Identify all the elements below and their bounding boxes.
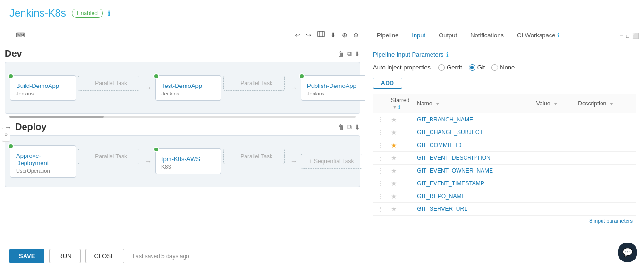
- stage-deploy-delete[interactable]: 🗑: [338, 123, 344, 131]
- stage-dev-download[interactable]: ⬇: [355, 50, 360, 58]
- param-name[interactable]: GIT_EVENT_OWNER_NAME: [413, 165, 532, 177]
- none-radio-circle: [491, 64, 498, 71]
- undo-button[interactable]: ↩: [292, 30, 303, 40]
- drag-handle[interactable]: ⋮: [373, 139, 387, 152]
- drag-handle[interactable]: ⋮: [373, 152, 387, 165]
- keyboard-button[interactable]: ⌨: [13, 30, 27, 40]
- col-starred[interactable]: Starred ▼ ℹ: [387, 94, 413, 113]
- run-button[interactable]: RUN: [49, 249, 80, 263]
- starred-sort-icon: ▼: [392, 104, 397, 110]
- drag-handle[interactable]: ⋮: [373, 113, 387, 126]
- table-row: ⋮★GIT_BRANCH_NAME: [373, 113, 636, 126]
- star-icon[interactable]: ★: [391, 205, 397, 213]
- star-icon[interactable]: ★: [391, 129, 397, 136]
- tab-notifications[interactable]: Notifications: [464, 28, 510, 43]
- star-icon[interactable]: ★: [391, 116, 397, 123]
- param-name[interactable]: GIT_BRANCH_NAME: [413, 113, 532, 126]
- table-row: ⋮★GIT_SERVER_URL: [373, 203, 636, 216]
- task-tpm-k8s-aws[interactable]: tpm-K8s-AWS K8S: [155, 148, 221, 174]
- task-approve-deployment[interactable]: Approve-Deployment UserOperation: [10, 145, 76, 178]
- zoom-in-button[interactable]: ⊕: [339, 30, 350, 40]
- star-cell[interactable]: ★: [387, 165, 413, 177]
- star-cell[interactable]: ★: [387, 177, 413, 190]
- parallel-task-placeholder-5[interactable]: + Parallel Task: [223, 149, 285, 164]
- fit-button[interactable]: [315, 29, 327, 40]
- star-cell[interactable]: ★: [387, 126, 413, 139]
- zoom-out-button[interactable]: ⊖: [351, 30, 361, 40]
- task-publish-demoapp[interactable]: Publish-DemoApp Jenkins: [301, 75, 365, 101]
- git-radio-dot: [470, 66, 474, 69]
- stage-dev-label: Dev: [5, 48, 22, 59]
- col-description[interactable]: Description ▼: [574, 94, 636, 113]
- task-test-demoapp[interactable]: Test-DemoApp Jenkins: [155, 75, 221, 101]
- star-cell[interactable]: ★: [387, 152, 413, 165]
- close-button[interactable]: CLOSE: [85, 249, 124, 263]
- gerrit-label: Gerrit: [447, 64, 462, 71]
- drag-handle[interactable]: ⋮: [373, 126, 387, 139]
- main-layout: » ⌨ ↩ ↪ ⬇ ⊕ ⊖: [0, 26, 644, 243]
- tab-input[interactable]: Input: [405, 28, 432, 43]
- tab-output[interactable]: Output: [432, 28, 464, 43]
- star-cell[interactable]: ★: [387, 203, 413, 216]
- tab-ci-workspace[interactable]: CI Workspace ℹ: [510, 28, 566, 43]
- radio-gerrit[interactable]: Gerrit: [438, 64, 462, 71]
- drag-handle[interactable]: ⋮: [373, 190, 387, 203]
- param-name[interactable]: GIT_COMMIT_ID: [413, 139, 532, 152]
- task-sub: Jenkins: [16, 91, 70, 96]
- chat-button[interactable]: 💬: [618, 243, 637, 262]
- canvas-area[interactable]: Dev 🗑 ⧉ ⬇ Build-DemoApp Jenkins: [0, 43, 365, 243]
- param-name[interactable]: GIT_CHANGE_SUBJECT: [413, 126, 532, 139]
- stage-dev-copy[interactable]: ⧉: [347, 50, 352, 58]
- add-button[interactable]: ADD: [373, 78, 402, 89]
- task-sub: Jenkins: [161, 91, 215, 96]
- radio-none[interactable]: None: [491, 64, 515, 71]
- param-value: [533, 177, 575, 190]
- drag-handle[interactable]: ⋮: [373, 165, 387, 177]
- param-name[interactable]: GIT_REPO_NAME: [413, 190, 532, 203]
- param-name[interactable]: GIT_EVENT_DESCRIPTION: [413, 152, 532, 165]
- save-button[interactable]: SAVE: [9, 249, 44, 263]
- star-cell[interactable]: ★: [387, 113, 413, 126]
- table-row: ⋮★GIT_REPO_NAME: [373, 190, 636, 203]
- task-name: Build-DemoApp: [16, 82, 70, 89]
- maximize-button[interactable]: ⬜: [632, 33, 639, 39]
- stage-dev-header: Dev 🗑 ⧉ ⬇: [5, 48, 360, 59]
- star-icon[interactable]: ★: [391, 141, 397, 149]
- col-value[interactable]: Value ▼: [533, 94, 575, 113]
- download-button[interactable]: ⬇: [328, 30, 339, 40]
- sequential-task-placeholder[interactable]: + Sequential Task: [301, 154, 362, 169]
- collapse-button[interactable]: »: [2, 128, 10, 142]
- drag-handle[interactable]: ⋮: [373, 177, 387, 190]
- scrollbar-thumb[interactable]: [9, 116, 104, 118]
- col-name[interactable]: Name ▼: [413, 94, 532, 113]
- star-icon[interactable]: ★: [391, 180, 397, 187]
- param-description: [574, 165, 636, 177]
- tab-pipeline[interactable]: Pipeline: [370, 28, 405, 43]
- gerrit-radio-circle: [438, 64, 445, 71]
- stage-deploy-copy[interactable]: ⧉: [347, 123, 352, 131]
- redo-button[interactable]: ↪: [304, 30, 314, 40]
- star-icon[interactable]: ★: [391, 167, 397, 174]
- parallel-task-placeholder-4[interactable]: + Parallel Task: [78, 149, 139, 164]
- param-name[interactable]: GIT_SERVER_URL: [413, 203, 532, 216]
- star-icon[interactable]: ★: [391, 192, 397, 200]
- task-build-demoapp[interactable]: Build-DemoApp Jenkins: [10, 75, 76, 101]
- param-name[interactable]: GIT_EVENT_TIMESTAMP: [413, 177, 532, 190]
- star-cell[interactable]: ★: [387, 139, 413, 152]
- param-description: [574, 152, 636, 165]
- chat-icon: 💬: [622, 247, 633, 258]
- radio-git[interactable]: Git: [469, 64, 485, 71]
- param-description: [574, 126, 636, 139]
- stage-dev-delete[interactable]: 🗑: [338, 50, 344, 58]
- drag-handle[interactable]: ⋮: [373, 203, 387, 216]
- param-value: [533, 152, 575, 165]
- info-icon[interactable]: ℹ: [108, 9, 110, 17]
- parallel-task-placeholder-2[interactable]: + Parallel Task: [223, 76, 285, 91]
- restore-button[interactable]: □: [626, 33, 629, 39]
- star-icon[interactable]: ★: [391, 154, 397, 162]
- parallel-task-placeholder-1[interactable]: + Parallel Task: [78, 76, 139, 91]
- stage-deploy-download[interactable]: ⬇: [355, 123, 360, 131]
- col-drag: [373, 94, 387, 113]
- minimize-button[interactable]: −: [620, 33, 623, 39]
- star-cell[interactable]: ★: [387, 190, 413, 203]
